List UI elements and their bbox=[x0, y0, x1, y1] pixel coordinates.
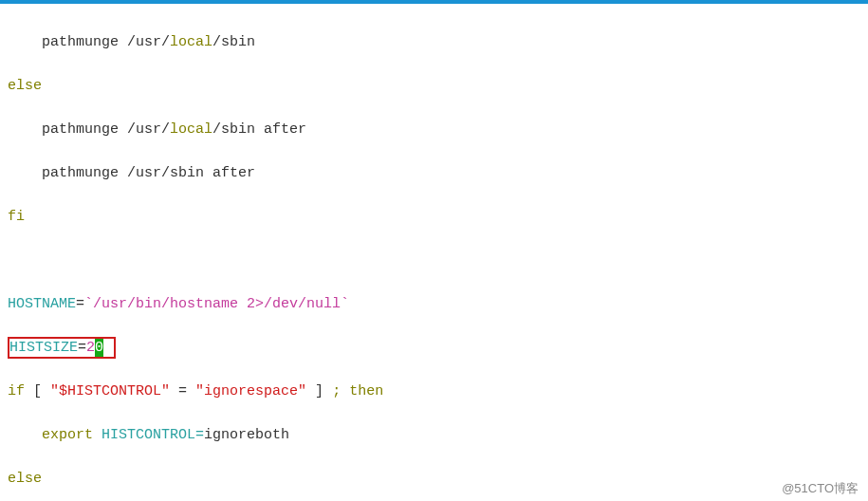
code-line: else bbox=[8, 75, 860, 97]
highlight-box: HISTSIZE=20 bbox=[8, 337, 116, 359]
watermark-text: @51CTO博客 bbox=[782, 480, 859, 497]
code-line: export HISTCONTROL=ignoreboth bbox=[8, 424, 860, 446]
blank-line bbox=[8, 250, 860, 271]
code-line: HOSTNAME=`/usr/bin/hostname 2>/dev/null` bbox=[8, 293, 860, 315]
code-line: fi bbox=[8, 206, 860, 228]
code-line: pathmunge /usr/sbin after bbox=[8, 162, 860, 184]
code-line: pathmunge /usr/local/sbin bbox=[8, 31, 860, 53]
code-line: else bbox=[8, 468, 860, 490]
cursor: 0 bbox=[95, 339, 103, 357]
code-line: if [ "$HISTCONTROL" = "ignorespace" ] ; … bbox=[8, 380, 860, 402]
code-line-highlighted: HISTSIZE=20 bbox=[8, 337, 860, 359]
code-editor-content: pathmunge /usr/local/sbin else pathmunge… bbox=[0, 4, 868, 501]
code-line: pathmunge /usr/local/sbin after bbox=[8, 119, 860, 140]
